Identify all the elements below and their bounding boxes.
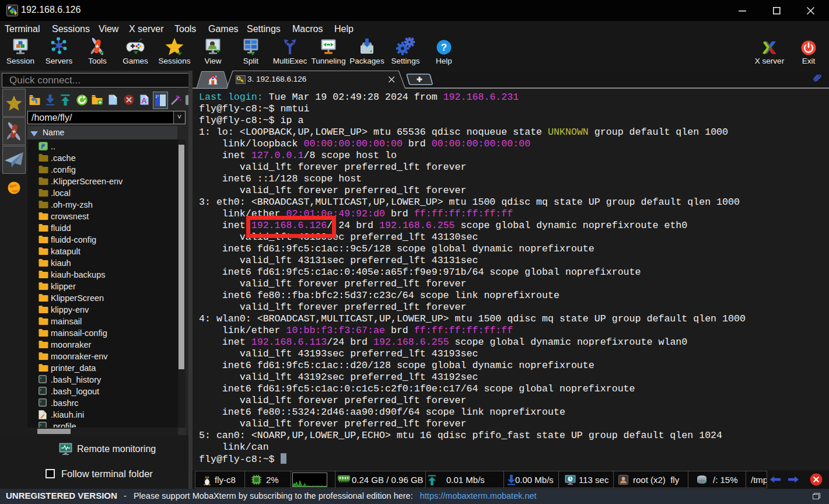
- svg-text:?: ?: [441, 42, 447, 53]
- svg-text:A: A: [141, 96, 147, 105]
